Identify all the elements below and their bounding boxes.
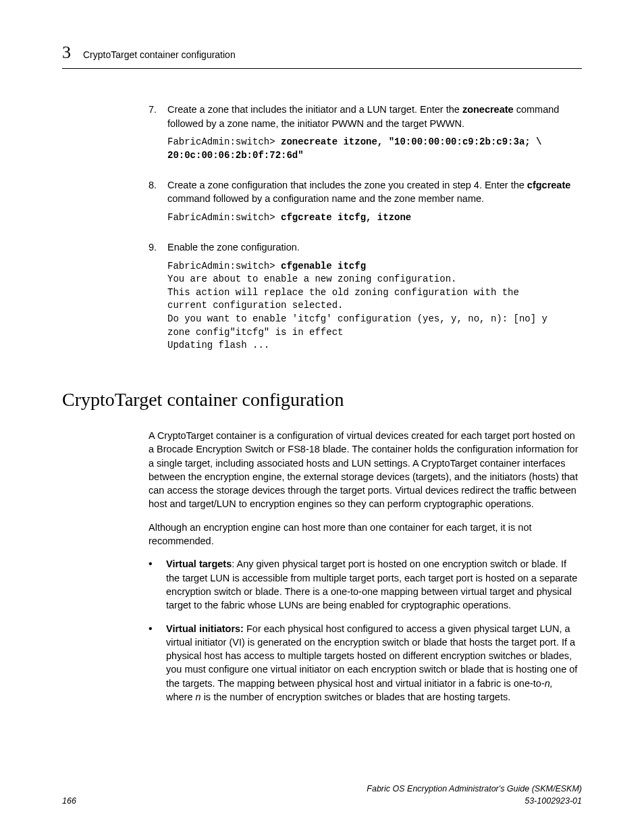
bullet-list: • Virtual targets: Any given physical ta…	[149, 557, 582, 704]
bullet-icon: •	[149, 557, 166, 612]
list-item: • Virtual initiators: For each physical …	[149, 622, 582, 704]
command-name: cfgcreate	[527, 180, 570, 190]
chapter-number: 3	[62, 41, 71, 65]
page-header: 3 CryptoTarget container configuration	[62, 41, 582, 69]
header-rule	[62, 68, 582, 69]
step-number: 9.	[149, 240, 167, 363]
step-7: 7. Create a zone that includes the initi…	[149, 103, 582, 173]
footer-doc-id: 53-1002923-01	[367, 796, 582, 808]
bullet-icon: •	[149, 622, 166, 704]
step-8: 8. Create a zone configuration that incl…	[149, 178, 582, 235]
body-paragraph: A CryptoTarget container is a configurat…	[149, 429, 582, 511]
section-heading: CryptoTarget container configuration	[62, 386, 582, 413]
bullet-text: Virtual targets: Any given physical targ…	[166, 557, 582, 612]
command-name: zonecreate	[462, 104, 514, 115]
header-section-title: CryptoTarget container configuration	[83, 49, 236, 62]
code-block: FabricAdmin:switch> cfgcreate itcfg, itz…	[167, 211, 582, 225]
code-block: FabricAdmin:switch> zonecreate itzone, "…	[167, 136, 582, 162]
step-number: 7.	[149, 103, 167, 173]
step-9: 9. Enable the zone configuration. Fabric…	[149, 240, 582, 363]
step-text: Create a zone that includes the initiato…	[167, 103, 582, 130]
bullet-text: Virtual initiators: For each physical ho…	[166, 622, 582, 704]
step-number: 8.	[149, 178, 167, 235]
step-text: Enable the zone configuration.	[167, 240, 582, 254]
step-text: Create a zone configuration that include…	[167, 178, 582, 206]
code-block: FabricAdmin:switch> cfgenable itcfg You …	[167, 260, 582, 353]
list-item: • Virtual targets: Any given physical ta…	[149, 557, 582, 612]
page-footer: 166 Fabric OS Encryption Administrator's…	[62, 783, 582, 807]
body-paragraph: Although an encryption engine can host m…	[149, 521, 582, 548]
page-number: 166	[62, 796, 76, 808]
footer-doc-title: Fabric OS Encryption Administrator's Gui…	[367, 783, 582, 796]
